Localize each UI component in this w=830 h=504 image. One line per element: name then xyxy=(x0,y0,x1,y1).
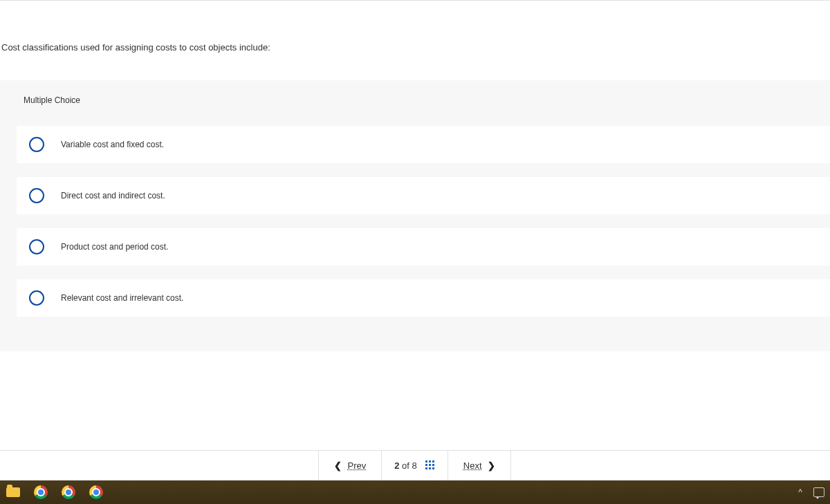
pager-of: of xyxy=(402,460,409,471)
radio-icon[interactable] xyxy=(29,290,44,306)
chrome-icon[interactable] xyxy=(33,485,48,500)
pager-center: 2 of 8 xyxy=(382,451,448,480)
question-area: Cost classifications used for assigning … xyxy=(0,1,830,351)
tray-chevron-up-icon[interactable]: ^ xyxy=(798,487,802,497)
action-center-icon[interactable] xyxy=(813,487,824,497)
chevron-right-icon: ❯ xyxy=(488,460,495,471)
question-type-label: Multiple Choice xyxy=(0,95,830,126)
grid-icon[interactable] xyxy=(425,460,435,470)
next-button[interactable]: Next ❯ xyxy=(448,451,511,480)
pager-bar: ❮ Prev 2 of 8 Next ❯ xyxy=(0,450,830,480)
option-row[interactable]: Direct cost and indirect cost. xyxy=(17,177,830,214)
pager-total: 8 xyxy=(412,460,417,471)
option-label: Product cost and period cost. xyxy=(61,242,168,252)
taskbar-left xyxy=(6,485,104,500)
prev-label: Prev xyxy=(347,460,366,471)
option-row[interactable]: Product cost and period cost. xyxy=(17,228,830,265)
chrome-icon[interactable] xyxy=(61,485,76,500)
taskbar-right: ^ xyxy=(798,487,824,497)
pager-current: 2 xyxy=(394,460,399,471)
radio-icon[interactable] xyxy=(29,239,44,254)
option-label: Variable cost and fixed cost. xyxy=(61,140,164,149)
option-row[interactable]: Relevant cost and irrelevant cost. xyxy=(17,279,830,317)
chevron-left-icon: ❮ xyxy=(334,460,342,471)
pager-count: 2 of 8 xyxy=(394,460,417,471)
option-row[interactable]: Variable cost and fixed cost. xyxy=(17,126,830,163)
next-label: Next xyxy=(463,460,482,471)
prev-button[interactable]: ❮ Prev xyxy=(318,451,382,480)
file-explorer-icon[interactable] xyxy=(6,485,21,500)
option-label: Relevant cost and irrelevant cost. xyxy=(61,293,183,303)
radio-icon[interactable] xyxy=(29,188,44,203)
chrome-icon[interactable] xyxy=(89,485,104,500)
question-text: Cost classifications used for assigning … xyxy=(0,42,830,80)
radio-icon[interactable] xyxy=(29,137,44,152)
taskbar: ^ xyxy=(0,480,830,504)
answers-container: Multiple Choice Variable cost and fixed … xyxy=(0,80,830,351)
option-label: Direct cost and indirect cost. xyxy=(61,191,165,200)
